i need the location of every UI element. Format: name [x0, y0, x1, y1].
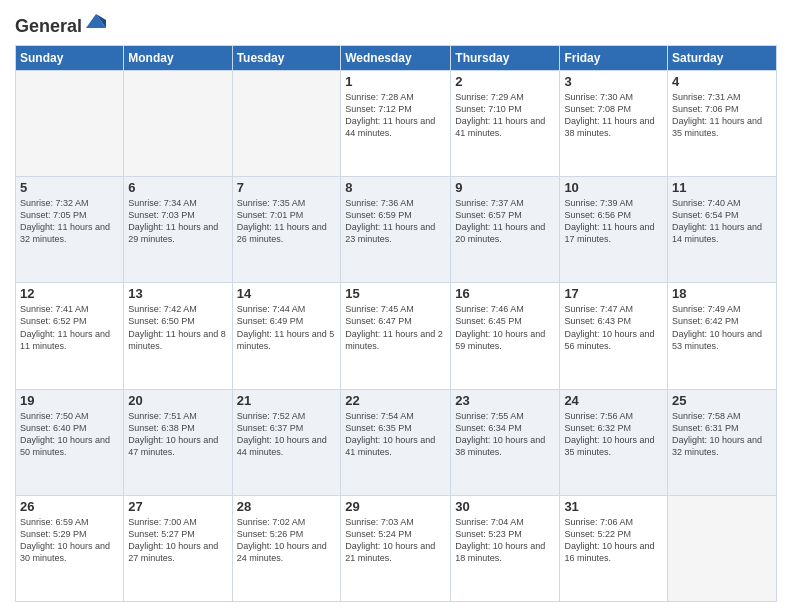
- day-info: Sunrise: 7:28 AM Sunset: 7:12 PM Dayligh…: [345, 91, 446, 140]
- day-number: 1: [345, 74, 446, 89]
- day-info: Sunrise: 7:04 AM Sunset: 5:23 PM Dayligh…: [455, 516, 555, 565]
- day-info: Sunrise: 7:55 AM Sunset: 6:34 PM Dayligh…: [455, 410, 555, 459]
- day-info: Sunrise: 7:35 AM Sunset: 7:01 PM Dayligh…: [237, 197, 337, 246]
- day-cell: 16Sunrise: 7:46 AM Sunset: 6:45 PM Dayli…: [451, 283, 560, 389]
- day-cell: 31Sunrise: 7:06 AM Sunset: 5:22 PM Dayli…: [560, 495, 668, 601]
- weekday-header-sunday: Sunday: [16, 45, 124, 70]
- day-info: Sunrise: 7:34 AM Sunset: 7:03 PM Dayligh…: [128, 197, 227, 246]
- day-cell: 21Sunrise: 7:52 AM Sunset: 6:37 PM Dayli…: [232, 389, 341, 495]
- day-cell: 30Sunrise: 7:04 AM Sunset: 5:23 PM Dayli…: [451, 495, 560, 601]
- day-cell: 15Sunrise: 7:45 AM Sunset: 6:47 PM Dayli…: [341, 283, 451, 389]
- day-number: 5: [20, 180, 119, 195]
- day-number: 4: [672, 74, 772, 89]
- day-number: 2: [455, 74, 555, 89]
- day-info: Sunrise: 7:39 AM Sunset: 6:56 PM Dayligh…: [564, 197, 663, 246]
- day-number: 8: [345, 180, 446, 195]
- day-cell: 25Sunrise: 7:58 AM Sunset: 6:31 PM Dayli…: [668, 389, 777, 495]
- day-number: 29: [345, 499, 446, 514]
- day-info: Sunrise: 7:46 AM Sunset: 6:45 PM Dayligh…: [455, 303, 555, 352]
- day-info: Sunrise: 7:30 AM Sunset: 7:08 PM Dayligh…: [564, 91, 663, 140]
- day-number: 12: [20, 286, 119, 301]
- day-info: Sunrise: 7:40 AM Sunset: 6:54 PM Dayligh…: [672, 197, 772, 246]
- day-cell: 3Sunrise: 7:30 AM Sunset: 7:08 PM Daylig…: [560, 70, 668, 176]
- day-number: 24: [564, 393, 663, 408]
- logo-icon: [84, 10, 106, 32]
- day-number: 7: [237, 180, 337, 195]
- weekday-header-row: SundayMondayTuesdayWednesdayThursdayFrid…: [16, 45, 777, 70]
- day-number: 10: [564, 180, 663, 195]
- day-number: 30: [455, 499, 555, 514]
- day-cell: 9Sunrise: 7:37 AM Sunset: 6:57 PM Daylig…: [451, 177, 560, 283]
- day-cell: 28Sunrise: 7:02 AM Sunset: 5:26 PM Dayli…: [232, 495, 341, 601]
- weekday-header-tuesday: Tuesday: [232, 45, 341, 70]
- day-number: 26: [20, 499, 119, 514]
- day-cell: 22Sunrise: 7:54 AM Sunset: 6:35 PM Dayli…: [341, 389, 451, 495]
- day-number: 21: [237, 393, 337, 408]
- day-info: Sunrise: 7:29 AM Sunset: 7:10 PM Dayligh…: [455, 91, 555, 140]
- day-number: 22: [345, 393, 446, 408]
- day-number: 27: [128, 499, 227, 514]
- day-number: 25: [672, 393, 772, 408]
- day-info: Sunrise: 7:54 AM Sunset: 6:35 PM Dayligh…: [345, 410, 446, 459]
- day-info: Sunrise: 7:41 AM Sunset: 6:52 PM Dayligh…: [20, 303, 119, 352]
- day-cell: [16, 70, 124, 176]
- day-info: Sunrise: 7:58 AM Sunset: 6:31 PM Dayligh…: [672, 410, 772, 459]
- weekday-header-thursday: Thursday: [451, 45, 560, 70]
- week-row-4: 19Sunrise: 7:50 AM Sunset: 6:40 PM Dayli…: [16, 389, 777, 495]
- day-cell: 7Sunrise: 7:35 AM Sunset: 7:01 PM Daylig…: [232, 177, 341, 283]
- day-number: 11: [672, 180, 772, 195]
- page: General SundayMondayTuesdayWednesdayThur…: [0, 0, 792, 612]
- day-cell: [232, 70, 341, 176]
- day-cell: 20Sunrise: 7:51 AM Sunset: 6:38 PM Dayli…: [124, 389, 232, 495]
- day-number: 15: [345, 286, 446, 301]
- day-info: Sunrise: 7:56 AM Sunset: 6:32 PM Dayligh…: [564, 410, 663, 459]
- day-info: Sunrise: 7:32 AM Sunset: 7:05 PM Dayligh…: [20, 197, 119, 246]
- day-info: Sunrise: 7:49 AM Sunset: 6:42 PM Dayligh…: [672, 303, 772, 352]
- day-number: 31: [564, 499, 663, 514]
- day-cell: 17Sunrise: 7:47 AM Sunset: 6:43 PM Dayli…: [560, 283, 668, 389]
- day-info: Sunrise: 7:03 AM Sunset: 5:24 PM Dayligh…: [345, 516, 446, 565]
- day-info: Sunrise: 7:50 AM Sunset: 6:40 PM Dayligh…: [20, 410, 119, 459]
- day-cell: 5Sunrise: 7:32 AM Sunset: 7:05 PM Daylig…: [16, 177, 124, 283]
- day-number: 17: [564, 286, 663, 301]
- day-cell: 12Sunrise: 7:41 AM Sunset: 6:52 PM Dayli…: [16, 283, 124, 389]
- day-info: Sunrise: 6:59 AM Sunset: 5:29 PM Dayligh…: [20, 516, 119, 565]
- day-number: 9: [455, 180, 555, 195]
- day-number: 20: [128, 393, 227, 408]
- day-cell: 2Sunrise: 7:29 AM Sunset: 7:10 PM Daylig…: [451, 70, 560, 176]
- day-info: Sunrise: 7:37 AM Sunset: 6:57 PM Dayligh…: [455, 197, 555, 246]
- day-info: Sunrise: 7:36 AM Sunset: 6:59 PM Dayligh…: [345, 197, 446, 246]
- day-cell: 26Sunrise: 6:59 AM Sunset: 5:29 PM Dayli…: [16, 495, 124, 601]
- weekday-header-monday: Monday: [124, 45, 232, 70]
- weekday-header-wednesday: Wednesday: [341, 45, 451, 70]
- day-info: Sunrise: 7:31 AM Sunset: 7:06 PM Dayligh…: [672, 91, 772, 140]
- day-info: Sunrise: 7:45 AM Sunset: 6:47 PM Dayligh…: [345, 303, 446, 352]
- day-cell: 8Sunrise: 7:36 AM Sunset: 6:59 PM Daylig…: [341, 177, 451, 283]
- header: General: [15, 10, 777, 37]
- day-number: 3: [564, 74, 663, 89]
- week-row-3: 12Sunrise: 7:41 AM Sunset: 6:52 PM Dayli…: [16, 283, 777, 389]
- day-info: Sunrise: 7:44 AM Sunset: 6:49 PM Dayligh…: [237, 303, 337, 352]
- day-info: Sunrise: 7:52 AM Sunset: 6:37 PM Dayligh…: [237, 410, 337, 459]
- day-cell: 11Sunrise: 7:40 AM Sunset: 6:54 PM Dayli…: [668, 177, 777, 283]
- day-cell: 6Sunrise: 7:34 AM Sunset: 7:03 PM Daylig…: [124, 177, 232, 283]
- calendar-table: SundayMondayTuesdayWednesdayThursdayFrid…: [15, 45, 777, 602]
- logo: General: [15, 10, 106, 37]
- day-cell: [124, 70, 232, 176]
- day-cell: 13Sunrise: 7:42 AM Sunset: 6:50 PM Dayli…: [124, 283, 232, 389]
- day-cell: [668, 495, 777, 601]
- day-cell: 10Sunrise: 7:39 AM Sunset: 6:56 PM Dayli…: [560, 177, 668, 283]
- day-cell: 14Sunrise: 7:44 AM Sunset: 6:49 PM Dayli…: [232, 283, 341, 389]
- logo-text: General: [15, 10, 106, 37]
- weekday-header-friday: Friday: [560, 45, 668, 70]
- day-number: 13: [128, 286, 227, 301]
- day-number: 28: [237, 499, 337, 514]
- day-cell: 4Sunrise: 7:31 AM Sunset: 7:06 PM Daylig…: [668, 70, 777, 176]
- day-info: Sunrise: 7:47 AM Sunset: 6:43 PM Dayligh…: [564, 303, 663, 352]
- weekday-header-saturday: Saturday: [668, 45, 777, 70]
- week-row-2: 5Sunrise: 7:32 AM Sunset: 7:05 PM Daylig…: [16, 177, 777, 283]
- day-info: Sunrise: 7:02 AM Sunset: 5:26 PM Dayligh…: [237, 516, 337, 565]
- day-cell: 24Sunrise: 7:56 AM Sunset: 6:32 PM Dayli…: [560, 389, 668, 495]
- day-cell: 1Sunrise: 7:28 AM Sunset: 7:12 PM Daylig…: [341, 70, 451, 176]
- day-cell: 23Sunrise: 7:55 AM Sunset: 6:34 PM Dayli…: [451, 389, 560, 495]
